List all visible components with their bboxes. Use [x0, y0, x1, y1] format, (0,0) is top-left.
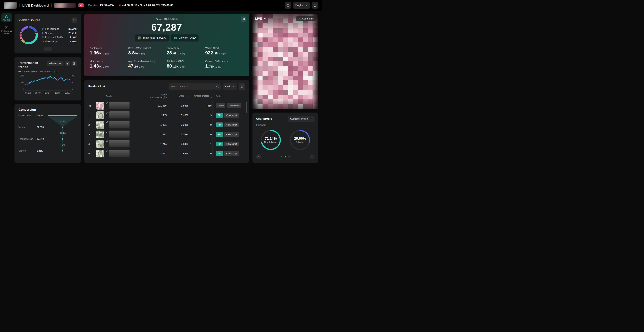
chevron-down-icon	[233, 86, 235, 88]
product-title-redacted	[109, 150, 130, 157]
table-row[interactable]: 1 2,545 3.46% 3	[88, 110, 245, 120]
pin-button[interactable]: Pin	[216, 122, 223, 127]
view-script-button[interactable]: View script	[224, 151, 239, 156]
vertical-scrollbar[interactable]	[246, 102, 247, 113]
fullscreen-button[interactable]	[312, 2, 318, 8]
view-script-button[interactable]: View script	[224, 142, 239, 146]
stat-show-gpm: Show GPM 23.93283%	[167, 46, 205, 56]
link-icon[interactable]	[106, 140, 108, 143]
x-axis: 06:22 09:48 13:14 16:40 20:07	[25, 92, 70, 94]
table-row[interactable]: 4 1,214 4.04% 1	[88, 139, 245, 149]
delta-up-icon	[178, 54, 179, 54]
stage-label: Product clicks	[18, 138, 36, 140]
language-selector[interactable]: English	[293, 2, 310, 8]
chart-settings-button[interactable]	[72, 61, 77, 66]
edit-chart-button[interactable]	[65, 61, 70, 66]
live-video-redacted	[252, 14, 318, 109]
carousel-dot[interactable]	[288, 156, 290, 158]
link-icon[interactable]	[106, 150, 108, 152]
stat-main-orders: Main orders 1.43K36%	[90, 60, 128, 69]
toggle-comments-button[interactable]: Comments	[296, 16, 316, 21]
legend-item: Product Clicks	[40, 70, 58, 73]
viewer-source-title: Viewer Source	[18, 18, 40, 22]
legend-value: 37.72%	[68, 28, 77, 30]
impressions-value: 1,427	[139, 133, 167, 136]
time-range: Nov 4 06:22:18 - Nov 4 20:20:07 UTC+08:0…	[118, 4, 173, 7]
conversion-funnel: impressions 2.86M 2.6% View	[18, 114, 77, 152]
performance-trends-title: Performance trends	[18, 61, 42, 69]
viewer-source-view-toggle[interactable]	[72, 18, 77, 23]
pin-button[interactable]: Pin	[216, 113, 223, 118]
delta-up-icon	[180, 66, 181, 68]
orders-value: 0	[189, 123, 212, 126]
language-label: English	[296, 4, 304, 7]
edit-product-list-button[interactable]	[239, 83, 245, 90]
pin-button[interactable]: Pin	[216, 151, 223, 156]
muted-speaker-icon[interactable]	[264, 17, 266, 20]
direct-gmv-card: Direct GMV (RM) 67,287 Items sold 1.64K	[84, 14, 249, 76]
delta-up-icon	[219, 54, 220, 54]
impressions-value: 1,357	[139, 152, 167, 155]
search-input[interactable]	[171, 85, 215, 88]
info-icon[interactable]: i	[184, 95, 187, 97]
live-status-icon	[78, 3, 84, 8]
view-script-button[interactable]: View script	[224, 113, 239, 118]
sort-control[interactable]: ▲▼	[188, 96, 189, 96]
table-row[interactable]: 41 211,436 3.56% 315	[88, 101, 245, 110]
link-icon[interactable]	[106, 121, 108, 124]
carousel-dot-active[interactable]	[285, 156, 286, 158]
carousel-next-button[interactable]: ›	[310, 154, 314, 159]
layout-toggle-button[interactable]	[285, 2, 291, 8]
product-cell	[96, 140, 139, 148]
stat-ctor: CTOR (Main orders) 3.8%11%	[128, 46, 167, 56]
stage-label: Orders	[18, 149, 36, 152]
pin-button[interactable]: Pin	[216, 132, 223, 137]
badge-value: 1.64K	[156, 36, 166, 40]
scope-select[interactable]: Total	[223, 83, 237, 90]
edit-gmv-card-button[interactable]	[241, 16, 246, 22]
sidebar-item-key-data[interactable]: Key data	[1, 14, 12, 22]
pin-button[interactable]: Unpin	[216, 103, 226, 108]
gauge-label: Non-follower	[264, 141, 278, 144]
view-script-button[interactable]: View script	[227, 103, 241, 108]
link-icon[interactable]	[106, 102, 108, 104]
profile-type-select[interactable]: Customer Profile	[288, 116, 314, 122]
table-row[interactable]: 2 1,431 0.98% 0	[88, 120, 245, 130]
home-icon	[5, 15, 8, 18]
viewers-badge: Viewers 232	[171, 34, 198, 42]
carousel-dot[interactable]	[281, 156, 282, 158]
user-profile-title: User profile	[256, 117, 272, 120]
live-video-preview: LIVE Comments	[252, 14, 318, 109]
link-icon[interactable]	[106, 112, 108, 114]
table-row[interactable]: 3 1,427 2.38% 0	[88, 130, 245, 139]
legend-label: Current viewers	[22, 70, 37, 73]
edit-icon	[242, 18, 245, 20]
view-script-button[interactable]: View script	[224, 132, 239, 137]
carousel-prev-button[interactable]: ‹	[256, 154, 261, 159]
rank: 5	[88, 152, 96, 155]
delta-up-icon	[103, 54, 104, 54]
sidebar-item-performance-trends[interactable]: Performance trends	[1, 24, 12, 35]
product-image-redacted	[96, 102, 104, 110]
line-chart-icon	[73, 62, 76, 65]
conversion-title: Conversion	[18, 108, 77, 112]
comments-label: Comments	[302, 17, 314, 20]
product-title-redacted	[109, 102, 130, 109]
search-icon[interactable]	[216, 85, 219, 88]
funnel-bar	[62, 126, 63, 128]
left-sidebar: Key data Performance trends	[0, 11, 13, 166]
panels-icon	[286, 4, 290, 7]
follower-gauge: 28.86% Follower	[289, 129, 311, 151]
link-icon[interactable]	[106, 130, 108, 133]
pin-button[interactable]: Pin	[216, 142, 223, 146]
more-sources-button[interactable]: •••	[43, 47, 52, 51]
non-follower-gauge: 71.14% Non-follower	[260, 129, 282, 151]
info-icon[interactable]: i	[163, 96, 166, 99]
gmv-value: 67,287	[90, 22, 244, 33]
view-script-button[interactable]: View script	[224, 122, 239, 127]
legend-label: Product Clicks	[44, 70, 58, 73]
ctr-value: 0.98%	[167, 123, 189, 126]
range-selector-button[interactable]: Whole LIVE	[47, 61, 64, 66]
table-row[interactable]: 5 1,357 1.69% 0	[88, 149, 245, 158]
items-sold-badge: Items sold 1.64K	[135, 34, 169, 42]
